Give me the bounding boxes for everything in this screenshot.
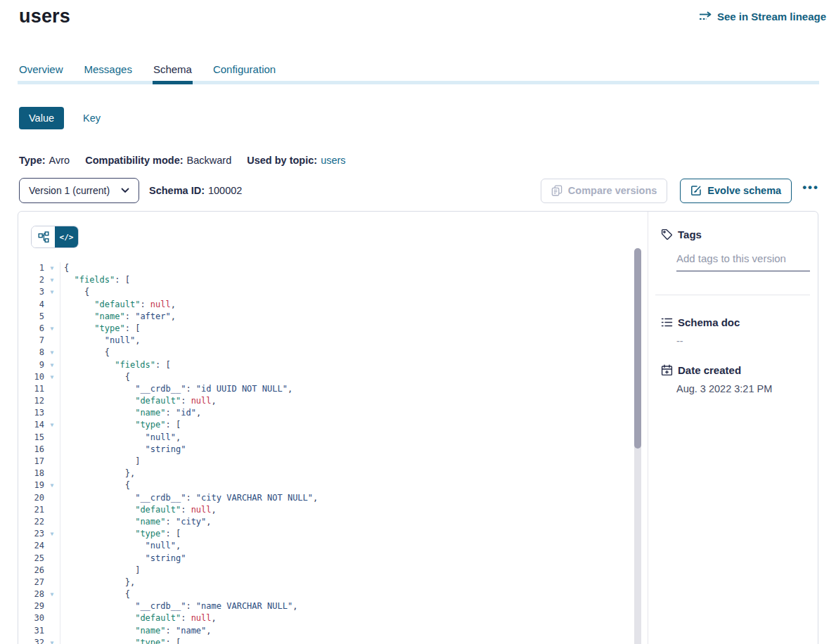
fold-spacer	[44, 553, 60, 565]
line-number: 26	[18, 565, 44, 577]
tab-configuration[interactable]: Configuration	[213, 63, 276, 75]
tree-view-icon	[38, 231, 49, 243]
code-view-button[interactable]: </>	[55, 226, 78, 247]
schema-card: </> 1▼{2▼ "fields": [3▼ {4 "default": nu…	[18, 211, 818, 644]
fold-spacer	[44, 540, 60, 552]
stream-lineage-icon	[699, 11, 712, 22]
code-line: 23▼ "type": [	[18, 528, 634, 540]
fold-arrow-icon[interactable]: ▼	[44, 262, 60, 274]
fold-arrow-icon[interactable]: ▼	[44, 359, 60, 371]
code-line: 12 "default": null,	[18, 395, 634, 407]
schema-id-field: Schema ID:100002	[149, 185, 242, 196]
code-line: 14▼ "type": [	[18, 419, 634, 431]
line-number: 12	[18, 395, 44, 407]
code-text: {	[60, 286, 634, 298]
fold-arrow-icon[interactable]: ▼	[44, 419, 60, 431]
compatibility-value: Backward	[187, 155, 232, 166]
calendar-plus-icon	[661, 364, 673, 376]
fold-spacer	[44, 625, 60, 637]
code-text: "default": null,	[60, 299, 634, 311]
line-number: 2	[18, 274, 44, 286]
fold-arrow-icon[interactable]: ▼	[44, 286, 60, 298]
tab-overview[interactable]: Overview	[19, 63, 63, 75]
code-line: 1▼{	[18, 262, 634, 274]
line-number: 13	[18, 407, 44, 419]
version-select[interactable]: Version 1 (current)	[19, 178, 139, 203]
code-line: 24 "null",	[18, 540, 634, 552]
code-text: "string"	[60, 553, 634, 565]
tab-messages[interactable]: Messages	[84, 63, 132, 75]
fold-arrow-icon[interactable]: ▼	[44, 371, 60, 383]
tag-icon	[661, 228, 673, 240]
code-text: {	[60, 347, 634, 359]
code-line: 7 "null",	[18, 335, 634, 347]
line-number: 9	[18, 359, 44, 371]
schema-meta-row: Type:Avro Compatibility mode:Backward Us…	[19, 155, 346, 166]
more-actions-button[interactable]: •••	[802, 184, 819, 197]
code-text: "null",	[60, 540, 634, 552]
fold-arrow-icon[interactable]: ▼	[44, 637, 60, 644]
code-text: "name": "after",	[60, 311, 634, 323]
fold-arrow-icon[interactable]: ▼	[44, 323, 60, 335]
code-line: 20 "__crdb__": "city VARCHAR NOT NULL",	[18, 492, 634, 504]
tags-section-heading: Tags	[661, 228, 702, 240]
add-tags-input[interactable]	[676, 251, 810, 271]
fold-arrow-icon[interactable]: ▼	[44, 588, 60, 600]
code-line: 17 ]	[18, 456, 634, 468]
line-number: 20	[18, 492, 44, 504]
line-number: 4	[18, 299, 44, 311]
line-number: 31	[18, 625, 44, 637]
fold-arrow-icon[interactable]: ▼	[44, 528, 60, 540]
code-text: "string"	[60, 444, 634, 456]
code-line: 21 "default": null,	[18, 504, 634, 516]
stream-lineage-link[interactable]: See in Stream lineage	[699, 11, 826, 22]
code-text: "name": "city",	[60, 516, 634, 528]
list-icon	[661, 316, 673, 328]
code-line: 13 "name": "id",	[18, 407, 634, 419]
code-text: {	[60, 262, 634, 274]
code-text: {	[60, 371, 634, 383]
editor-scrollbar-thumb[interactable]	[634, 248, 641, 449]
topic-users-link[interactable]: users	[321, 155, 345, 166]
evolve-schema-button[interactable]: Evolve schema	[680, 179, 792, 203]
line-number: 28	[18, 588, 44, 600]
type-value: Avro	[49, 155, 70, 166]
value-tab-button[interactable]: Value	[19, 107, 64, 129]
line-number: 5	[18, 311, 44, 323]
compare-versions-button[interactable]: Compare versions	[541, 179, 668, 203]
line-number: 27	[18, 577, 44, 588]
fold-arrow-icon[interactable]: ▼	[44, 347, 60, 359]
key-tab-link[interactable]: Key	[83, 112, 101, 124]
tab-schema[interactable]: Schema	[153, 63, 192, 75]
code-text: },	[60, 468, 634, 479]
fold-arrow-icon[interactable]: ▼	[44, 479, 60, 491]
version-select-value: Version 1 (current)	[29, 185, 110, 196]
code-line: 26 ]	[18, 565, 634, 577]
fold-arrow-icon[interactable]: ▼	[44, 274, 60, 286]
fold-spacer	[44, 311, 60, 323]
editor-scrollbar[interactable]	[634, 248, 641, 644]
compare-versions-label: Compare versions	[568, 185, 657, 196]
tree-view-button[interactable]	[32, 226, 55, 247]
fold-spacer	[44, 432, 60, 444]
fold-spacer	[44, 335, 60, 347]
line-number: 15	[18, 432, 44, 444]
fold-spacer	[44, 600, 60, 612]
compatibility-field: Compatibility mode:Backward	[85, 155, 231, 166]
code-line: 22 "name": "city",	[18, 516, 634, 528]
code-text: "type": [	[60, 637, 634, 644]
code-line: 16 "string"	[18, 444, 634, 456]
tab-underline-bar	[18, 81, 819, 84]
line-number: 6	[18, 323, 44, 335]
line-number: 24	[18, 540, 44, 552]
schema-sidebar: Tags Schema doc --	[648, 212, 818, 644]
line-number: 22	[18, 516, 44, 528]
sidebar-divider	[655, 295, 810, 295]
code-text: "type": [	[60, 528, 634, 540]
line-number: 1	[18, 262, 44, 274]
value-key-toggle: Value Key	[19, 107, 101, 129]
schema-page: users See in Stream lineage OverviewMess…	[0, 0, 836, 644]
tabs: OverviewMessagesSchemaConfiguration	[19, 63, 276, 75]
fold-spacer	[44, 612, 60, 624]
line-number: 18	[18, 468, 44, 479]
